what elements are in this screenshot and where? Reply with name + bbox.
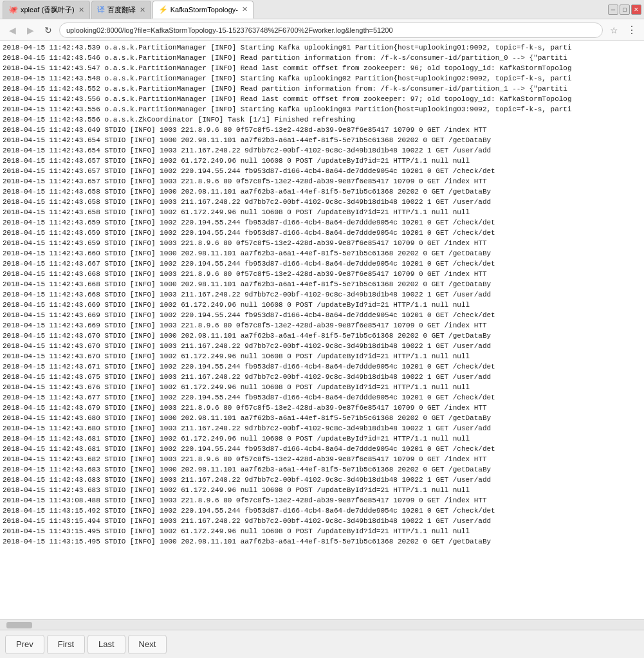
- tab-label-github: xpleaf (香飘叶子): [21, 5, 75, 15]
- github-icon: 🐙: [8, 5, 18, 14]
- log-line: 2018-04-15 11:42:43.669 STDIO [INFO] 100…: [3, 300, 641, 310]
- log-line: 2018-04-15 11:42:43.539 o.a.s.k.Partitio…: [3, 42, 641, 53]
- log-line: 2018-04-15 11:42:43.681 STDIO [INFO] 100…: [3, 444, 641, 454]
- address-input[interactable]: [59, 23, 603, 38]
- close-button[interactable]: ✕: [631, 5, 641, 15]
- first-button[interactable]: First: [47, 635, 85, 654]
- tab-log[interactable]: ⚡ KafkaStormTopology- ✕: [152, 1, 253, 19]
- log-line: 2018-04-15 11:42:43.654 STDIO [INFO] 100…: [3, 145, 641, 156]
- back-button[interactable]: ◀: [5, 23, 19, 37]
- log-line: 2018-04-15 11:42:43.654 STDIO [INFO] 100…: [3, 135, 641, 145]
- tab-github[interactable]: 🐙 xpleaf (香飘叶子) ✕: [3, 1, 90, 19]
- log-line: 2018-04-15 11:42:43.682 STDIO [INFO] 100…: [3, 454, 641, 464]
- log-line: 2018-04-15 11:42:43.676 STDIO [INFO] 100…: [3, 382, 641, 392]
- log-line: 2018-04-15 11:42:43.556 o.a.s.k.ZkCoordi…: [3, 114, 641, 125]
- bookmark-icon[interactable]: ☆: [607, 23, 621, 37]
- scrollbar-thumb[interactable]: [6, 622, 32, 628]
- log-line: 2018-04-15 11:42:43.683 STDIO [INFO] 100…: [3, 475, 641, 485]
- log-line: 2018-04-15 11:42:43.547 o.a.s.k.Partitio…: [3, 63, 641, 73]
- log-line: 2018-04-15 11:42:43.658 STDIO [INFO] 100…: [3, 197, 641, 207]
- log-line: 2018-04-15 11:42:43.669 STDIO [INFO] 100…: [3, 320, 641, 331]
- log-line: 2018-04-15 11:43:15.495 STDIO [INFO] 100…: [3, 526, 641, 536]
- log-line: 2018-04-15 11:42:43.657 STDIO [INFO] 100…: [3, 156, 641, 166]
- log-line: 2018-04-15 11:42:43.657 STDIO [INFO] 100…: [3, 176, 641, 187]
- log-line: 2018-04-15 11:42:43.680 STDIO [INFO] 100…: [3, 423, 641, 434]
- log-line: 2018-04-15 11:42:43.657 STDIO [INFO] 100…: [3, 166, 641, 176]
- nav-footer: Prev First Last Next: [0, 630, 644, 658]
- log-line: 2018-04-15 11:42:43.671 STDIO [INFO] 100…: [3, 361, 641, 372]
- refresh-button[interactable]: ↻: [41, 23, 55, 37]
- prev-button[interactable]: Prev: [5, 635, 44, 654]
- log-area[interactable]: 2018-04-15 11:42:43.539 o.a.s.k.Partitio…: [0, 41, 644, 619]
- tabs-area: 🐙 xpleaf (香飘叶子) ✕ 译 百度翻译 ✕ ⚡ KafkaStormT…: [3, 0, 605, 19]
- log-icon: ⚡: [158, 5, 168, 14]
- log-line: 2018-04-15 11:42:43.668 STDIO [INFO] 100…: [3, 269, 641, 279]
- horizontal-scrollbar[interactable]: [0, 619, 644, 630]
- log-line: 2018-04-15 11:42:43.548 o.a.s.k.Partitio…: [3, 73, 641, 84]
- log-line: 2018-04-15 11:42:43.669 STDIO [INFO] 100…: [3, 310, 641, 320]
- log-line: 2018-04-15 11:42:43.683 STDIO [INFO] 100…: [3, 485, 641, 495]
- tab-translate[interactable]: 译 百度翻译 ✕: [91, 1, 151, 19]
- log-line: 2018-04-15 11:42:43.659 STDIO [INFO] 100…: [3, 238, 641, 248]
- translate-icon: 译: [97, 5, 105, 15]
- log-line: 2018-04-15 11:42:43.556 o.a.s.k.Partitio…: [3, 94, 641, 104]
- log-line: 2018-04-15 11:43:15.495 STDIO [INFO] 100…: [3, 536, 641, 547]
- log-line: 2018-04-15 11:43:08.488 STDIO [INFO] 100…: [3, 495, 641, 506]
- log-line: 2018-04-15 11:42:43.658 STDIO [INFO] 100…: [3, 187, 641, 197]
- log-line: 2018-04-15 11:43:15.494 STDIO [INFO] 100…: [3, 516, 641, 526]
- tab-close-github[interactable]: ✕: [78, 6, 84, 14]
- tab-label-log: KafkaStormTopology-: [170, 6, 238, 14]
- log-line: 2018-04-15 11:42:43.659 STDIO [INFO] 100…: [3, 217, 641, 228]
- log-line: 2018-04-15 11:43:15.492 STDIO [INFO] 100…: [3, 506, 641, 516]
- tab-close-translate[interactable]: ✕: [140, 6, 145, 14]
- log-line: 2018-04-15 11:42:43.670 STDIO [INFO] 100…: [3, 351, 641, 361]
- next-button[interactable]: Next: [128, 635, 167, 654]
- log-line: 2018-04-15 11:42:43.660 STDIO [INFO] 100…: [3, 248, 641, 259]
- log-line: 2018-04-15 11:42:43.667 STDIO [INFO] 100…: [3, 259, 641, 269]
- menu-icon[interactable]: ⋮: [625, 23, 639, 37]
- forward-button[interactable]: ▶: [23, 23, 37, 37]
- log-line: 2018-04-15 11:42:43.683 STDIO [INFO] 100…: [3, 464, 641, 475]
- log-line: 2018-04-15 11:42:43.658 STDIO [INFO] 100…: [3, 207, 641, 217]
- tab-close-log[interactable]: ✕: [242, 5, 248, 14]
- log-line: 2018-04-15 11:42:43.668 STDIO [INFO] 100…: [3, 289, 641, 300]
- log-line: 2018-04-15 11:42:43.675 STDIO [INFO] 100…: [3, 372, 641, 382]
- title-bar: 🐙 xpleaf (香飘叶子) ✕ 译 百度翻译 ✕ ⚡ KafkaStormT…: [0, 0, 644, 19]
- window-controls: ─ □ ✕: [608, 5, 641, 15]
- log-line: 2018-04-15 11:42:43.659 STDIO [INFO] 100…: [3, 228, 641, 238]
- last-button[interactable]: Last: [87, 635, 125, 654]
- log-line: 2018-04-15 11:42:43.649 STDIO [INFO] 100…: [3, 125, 641, 135]
- log-line: 2018-04-15 11:42:43.680 STDIO [INFO] 100…: [3, 413, 641, 423]
- log-line: 2018-04-15 11:42:43.677 STDIO [INFO] 100…: [3, 392, 641, 403]
- log-line: 2018-04-15 11:42:43.552 o.a.s.k.Partitio…: [3, 84, 641, 94]
- log-line: 2018-04-15 11:42:43.546 o.a.s.k.Partitio…: [3, 53, 641, 63]
- maximize-button[interactable]: □: [620, 5, 630, 15]
- log-line: 2018-04-15 11:42:43.679 STDIO [INFO] 100…: [3, 403, 641, 413]
- log-line: 2018-04-15 11:42:43.681 STDIO [INFO] 100…: [3, 434, 641, 444]
- tab-label-translate: 百度翻译: [107, 5, 136, 15]
- address-bar: ◀ ▶ ↻ ☆ ⋮: [0, 19, 644, 41]
- log-line: 2018-04-15 11:42:43.670 STDIO [INFO] 100…: [3, 331, 641, 341]
- log-line: 2018-04-15 11:42:43.670 STDIO [INFO] 100…: [3, 341, 641, 351]
- log-line: 2018-04-15 11:42:43.668 STDIO [INFO] 100…: [3, 279, 641, 289]
- minimize-button[interactable]: ─: [608, 5, 618, 15]
- log-line: 2018-04-15 11:42:43.556 o.a.s.k.Partitio…: [3, 104, 641, 114]
